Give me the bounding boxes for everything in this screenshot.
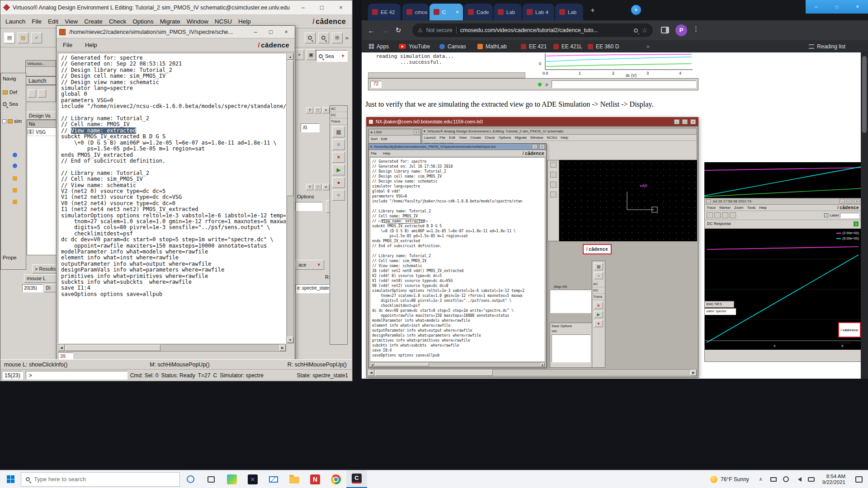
menu-item[interactable]: Help [81,40,101,50]
tree-item-icon[interactable] [13,200,17,204]
tree-node-sim[interactable]: - sim [2,118,22,124]
x-app-button[interactable]: × [242,470,263,488]
chip-icon[interactable]: ▣ [306,49,316,60]
close-button[interactable]: × [856,4,859,10]
taskbar-clock[interactable]: 8:54 AM 9/22/2021 [818,474,850,485]
tab-search-button[interactable]: ▾ [631,5,641,15]
bookmark-ee360d[interactable]: EE 360 D [588,42,619,51]
profile-avatar[interactable]: P [675,24,687,36]
help-button[interactable]: ? [306,184,313,190]
menu-kebab-icon[interactable]: ⋮ [693,25,699,33]
reload-icon[interactable]: ↻ [392,26,405,34]
keyboard-tray-icon[interactable] [808,476,815,483]
file-explorer-button[interactable] [284,470,305,488]
stop-icon[interactable]: ● [332,177,345,188]
task-view-button[interactable] [201,470,222,488]
run-icon[interactable]: ▶ [332,164,345,175]
forward-icon[interactable]: → [378,27,392,34]
analysis-type-label[interactable]: AC [330,106,347,112]
reading-list-button[interactable]: Reading list [809,42,845,51]
bookmark-canvas[interactable]: Canvas [439,42,466,51]
new-tab-button[interactable]: + [587,6,599,18]
delete-icon[interactable]: × [332,152,345,163]
toolbar-overflow-icon[interactable]: » [345,34,349,41]
bookmark-apps[interactable]: Apps [369,42,389,51]
detach-button[interactable]: □ [314,184,321,190]
tray-chevron-icon[interactable]: ∧ [757,476,764,483]
tree-expand-icon[interactable]: - [2,119,6,123]
address-bar[interactable]: ⚠ Not secure cmosedu.com/videos/cadence/… [412,23,653,37]
minimize-button[interactable]: – [295,2,311,13]
save-check-icon[interactable]: ✓ [31,33,42,43]
options-input-fragment[interactable] [295,202,322,211]
bookmark-ee421[interactable]: EE 421 [521,42,547,51]
maximize-button[interactable]: □ [265,27,277,38]
maximize-button[interactable]: □ [314,2,330,13]
weather-widget[interactable]: 76°F Sunny [705,476,755,483]
zoom-in-icon[interactable] [305,33,316,43]
bookmarks-overflow-icon[interactable]: » [646,42,650,51]
chrome-app-button[interactable] [326,470,346,488]
analysis-type-label[interactable]: Trans [330,118,347,125]
horizontal-scrollbar[interactable]: ◀ ▶ [58,344,286,352]
tab-close-icon[interactable]: × [456,9,459,15]
cortana-button[interactable] [180,470,201,488]
interface-dropdown-fragment[interactable]: ace ▼ [295,260,324,270]
scroll-right-icon[interactable]: ▶ [279,345,286,351]
start-button[interactable] [0,470,21,488]
vertical-scrollbar[interactable]: ▲ ▼ [287,53,294,343]
display-button-fragment[interactable]: Di [44,284,57,292]
back-icon[interactable]: ← [364,27,378,34]
scrollbar-thumb[interactable] [862,56,867,133]
netlist-icon[interactable]: ▦ [332,127,345,137]
browser-tab-active[interactable]: C× [429,4,463,20]
session-input[interactable] [552,80,696,88]
menu-item[interactable]: File [59,40,76,50]
volume-tray-icon[interactable] [795,476,802,483]
tree-item-icon[interactable] [13,188,17,192]
new-file-icon[interactable]: ▤ [4,33,15,43]
design-variables-tab[interactable]: Design Va [27,112,57,120]
search-icon[interactable] [634,28,638,33]
fit-view-icon[interactable]: ⊞ [332,33,343,43]
maximize-button[interactable]: □ [835,5,838,9]
analysis-type-label[interactable]: DC [330,112,347,118]
tool-icon[interactable] [38,89,46,98]
search-dropdown-fragment[interactable]: Sea ▼ [316,50,348,62]
printer-icon[interactable] [28,89,36,98]
browser-tab[interactable]: Lab 4 [523,4,554,20]
menu-item[interactable]: File [28,16,45,27]
tree-item-icon[interactable] [13,164,17,168]
scroll-left-icon[interactable]: ◀ [58,345,65,351]
browser-tab[interactable]: Lab [494,4,522,20]
n-app-button[interactable]: N [305,470,326,488]
mail-app-button[interactable] [263,470,284,488]
scrollbar-thumb[interactable] [66,345,160,351]
side-panel-icon[interactable] [661,27,669,33]
search-row[interactable]: Sea [3,101,18,107]
probe-icon[interactable]: ⌖ [294,49,304,60]
browser-tab[interactable]: EE 42 [368,4,401,20]
plot-icon[interactable]: ≈ [332,190,345,201]
tree-item-icon[interactable] [13,153,17,157]
tree-item-icon[interactable] [13,176,17,181]
action-center-button[interactable] [850,470,868,488]
dropdown-arrow-icon[interactable]: ▼ [317,263,321,267]
bookmark-ee421l[interactable]: EE 421L [553,42,582,51]
bookmark-star-icon[interactable]: ☆ [642,27,647,34]
menu-item[interactable]: Launch [2,16,28,27]
minimize-button[interactable]: – [250,27,261,38]
dropdown-arrow-icon[interactable]: ▼ [341,54,345,58]
monitor-tray-icon[interactable] [770,476,777,483]
bookmark-mathlab[interactable]: MathLab [477,42,507,51]
close-button[interactable]: × [280,27,292,38]
help-button[interactable]: ? [306,107,313,113]
launch-menu-fragment[interactable]: Launch [26,76,56,85]
network-tray-icon[interactable] [783,476,790,483]
schematic-icon[interactable]: ⌗ [332,139,345,150]
bookmark-youtube[interactable]: YouTube [399,42,430,51]
close-button[interactable]: × [322,107,330,113]
open-folder-icon[interactable]: ▨ [18,33,28,43]
browser-tab[interactable]: cmos [402,4,429,20]
close-button[interactable]: × [322,184,330,190]
